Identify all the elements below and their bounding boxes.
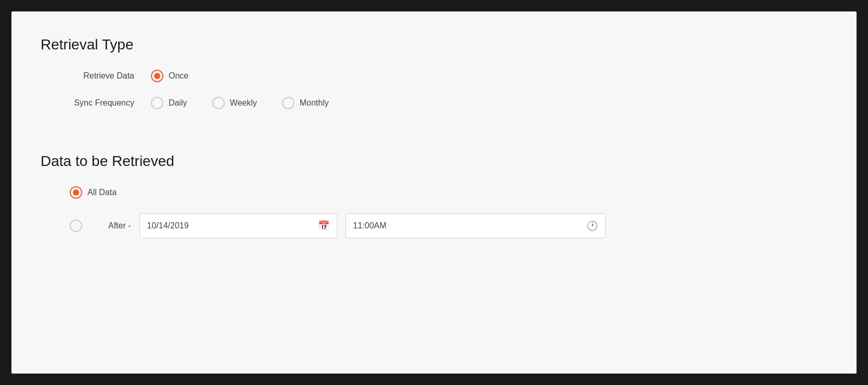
retrieval-type-section: Retrieval Type Retrieve Data Once Sync F…: [41, 36, 827, 109]
date-input[interactable]: 10/14/2019 📅: [139, 213, 337, 238]
data-retrieved-title: Data to be Retrieved: [41, 153, 827, 170]
retrieve-data-label: Retrieve Data: [41, 71, 134, 81]
monthly-radio-option[interactable]: Monthly: [282, 97, 329, 109]
after-row: After - 10/14/2019 📅 11:00AM 🕐: [70, 213, 827, 238]
time-value: 11:00AM: [353, 221, 387, 230]
time-input[interactable]: 11:00AM 🕐: [346, 213, 606, 238]
weekly-radio-label: Weekly: [230, 98, 257, 108]
retrieval-type-title: Retrieval Type: [41, 36, 827, 53]
main-card: Retrieval Type Retrieve Data Once Sync F…: [10, 10, 858, 375]
after-label: After -: [108, 221, 131, 230]
calendar-icon: 📅: [318, 220, 329, 232]
all-data-row: All Data: [70, 186, 827, 199]
date-value: 10/14/2019: [147, 221, 189, 230]
all-data-radio-option[interactable]: All Data: [70, 186, 117, 199]
daily-radio-button[interactable]: [151, 97, 163, 109]
after-radio-option[interactable]: [70, 220, 82, 232]
all-data-radio-button[interactable]: [70, 186, 82, 199]
clock-icon: 🕐: [586, 220, 598, 232]
monthly-radio-button[interactable]: [282, 97, 295, 109]
weekly-radio-option[interactable]: Weekly: [212, 97, 257, 109]
once-radio-option[interactable]: Once: [151, 70, 188, 82]
all-data-radio-label: All Data: [87, 188, 117, 197]
sync-frequency-label: Sync Frequency: [41, 98, 134, 108]
daily-radio-option[interactable]: Daily: [151, 97, 187, 109]
daily-radio-label: Daily: [169, 98, 187, 108]
after-radio-button[interactable]: [70, 220, 82, 232]
weekly-radio-button[interactable]: [212, 97, 225, 109]
sync-frequency-row: Sync Frequency Daily Weekly Monthly: [41, 97, 827, 109]
section-divider: [41, 124, 827, 143]
data-retrieved-section: Data to be Retrieved All Data After - 10…: [41, 153, 827, 238]
monthly-radio-label: Monthly: [300, 98, 329, 108]
retrieve-data-row: Retrieve Data Once: [41, 70, 827, 82]
once-radio-label: Once: [169, 71, 188, 81]
once-radio-button[interactable]: [151, 70, 163, 82]
